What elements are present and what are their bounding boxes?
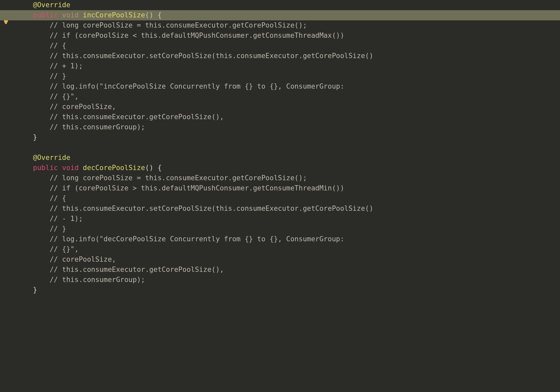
comment: // { [50,194,66,202]
keyword-void: void [62,164,79,172]
comment: // this.consumeExecutor.getCorePoolSize(… [50,113,224,121]
code-line[interactable]: // } [0,71,560,81]
comment: // { [50,42,66,50]
comment: // log.info("incCorePoolSize Concurrentl… [50,82,344,90]
comment: // + 1); [50,62,83,70]
keyword-public: public [33,164,58,172]
method-name: incCorePoolSize [83,11,145,19]
code-lines[interactable]: @Override public void incCorePoolSize() … [0,0,560,295]
indent [16,286,33,294]
indent [16,72,50,80]
code-line[interactable]: // this.consumeExecutor.getCorePoolSize(… [0,112,560,122]
code-line[interactable]: // {}", [0,244,560,254]
indent [16,154,33,162]
comment: // } [50,225,66,233]
comment: // if (corePoolSize > this.defaultMQPush… [50,184,344,192]
indent [16,1,33,9]
punct: () { [145,164,162,172]
indent [16,52,50,60]
code-line[interactable]: // this.consumeExecutor.setCorePoolSize(… [0,204,560,214]
comment: // {}", [50,93,79,100]
indent [16,276,50,284]
indent [16,32,50,39]
code-line[interactable]: // corePoolSize, [0,254,560,265]
code-line[interactable]: } [0,285,560,295]
indent [16,103,50,111]
indent [16,93,50,100]
brace-close: } [33,286,37,294]
comment: // } [50,72,66,80]
indent [16,225,50,233]
code-line[interactable]: // corePoolSize, [0,102,560,112]
indent [16,194,50,202]
code-line[interactable]: // { [0,41,560,51]
code-line[interactable]: // this.consumerGroup); [0,122,560,132]
indent [16,205,50,212]
comment: // corePoolSize, [50,103,116,111]
code-editor[interactable]: @Override public void incCorePoolSize() … [0,0,560,392]
code-line[interactable]: // this.consumeExecutor.getCorePoolSize(… [0,265,560,275]
indent [16,113,50,121]
comment: // long corePoolSize = this.consumeExecu… [50,21,307,29]
code-line[interactable]: } [0,132,560,142]
indent [16,266,50,273]
comment: // this.consumeExecutor.getCorePoolSize(… [50,266,224,273]
code-line[interactable]: // this.consumeExecutor.setCorePoolSize(… [0,51,560,61]
code-line[interactable]: // - 1); [0,214,560,224]
indent [16,174,50,182]
punct: () { [145,11,162,19]
indent [16,235,50,243]
comment: // - 1); [50,215,83,223]
code-line[interactable]: // long corePoolSize = this.consumeExecu… [0,173,560,183]
code-line[interactable]: // this.consumerGroup); [0,275,560,285]
code-line-highlighted[interactable]: public void incCorePoolSize() { [0,10,560,20]
comment: // long corePoolSize = this.consumeExecu… [50,174,307,182]
comment: // {}", [50,245,79,253]
code-line[interactable]: // if (corePoolSize < this.defaultMQPush… [0,31,560,41]
code-line[interactable]: // long corePoolSize = this.consumeExecu… [0,20,560,31]
indent [16,62,50,70]
indent [16,82,50,90]
keyword-void: void [62,11,79,19]
code-line[interactable]: // if (corePoolSize > this.defaultMQPush… [0,183,560,193]
brace-close: } [33,133,37,141]
code-line[interactable]: public void decCorePoolSize() { [0,163,560,173]
indent [16,123,50,131]
indent [16,245,50,253]
comment: // this.consumeExecutor.setCorePoolSize(… [50,205,373,212]
code-line[interactable]: // log.info("incCorePoolSize Concurrentl… [0,81,560,92]
indent [16,11,33,19]
code-line[interactable]: // log.info("decCorePoolSize Concurrentl… [0,234,560,244]
annotation-override: @Override [33,1,71,9]
comment: // this.consumeExecutor.setCorePoolSize(… [50,52,373,60]
comment: // corePoolSize, [50,255,116,263]
indent [16,133,33,141]
code-line-blank[interactable] [0,142,560,153]
comment: // log.info("decCorePoolSize Concurrentl… [50,235,344,243]
code-line[interactable]: @Override [0,153,560,163]
comment: // this.consumerGroup); [50,276,145,284]
comment: // if (corePoolSize < this.defaultMQPush… [50,32,344,39]
code-line[interactable]: // {}", [0,92,560,102]
code-line[interactable]: // { [0,193,560,204]
keyword-public: public [33,11,58,19]
indent [16,164,33,172]
indent [16,255,50,263]
annotation-override: @Override [33,154,71,162]
method-name: decCorePoolSize [83,164,145,172]
indent [16,184,50,192]
code-line[interactable]: // } [0,224,560,234]
code-line[interactable]: // + 1); [0,61,560,71]
indent [16,42,50,50]
code-line[interactable]: @Override [0,0,560,10]
indent [16,21,50,29]
comment: // this.consumerGroup); [50,123,145,131]
indent [16,215,50,223]
